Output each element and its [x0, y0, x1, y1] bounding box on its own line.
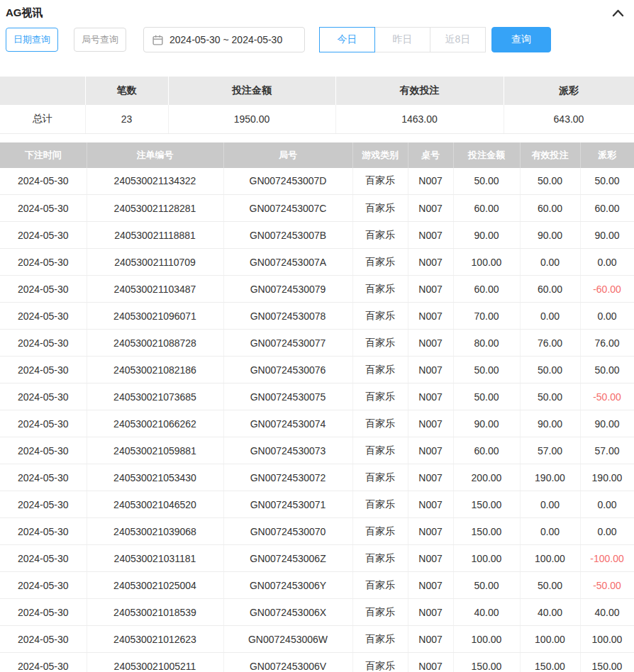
table-no-cell: N007: [408, 437, 453, 464]
game-type-cell: 百家乐: [352, 572, 408, 599]
search-button[interactable]: 查询: [491, 27, 551, 52]
bet-amount-cell: 50.00: [453, 168, 520, 195]
table-row: 2024-05-30240530021005211GN0072453006V百家…: [0, 653, 634, 672]
bet-time-cell: 2024-05-30: [0, 249, 87, 276]
bet-amount-cell: 90.00: [453, 222, 520, 249]
round-id-cell: GN0072453006X: [223, 599, 352, 626]
bet-time-cell: 2024-05-30: [0, 168, 87, 195]
game-type-cell: 百家乐: [352, 330, 408, 357]
valid-bet-cell: 0.00: [520, 303, 580, 330]
summary-total-row: 总计 23 1950.00 1463.00 643.00: [0, 105, 634, 133]
valid-bet-cell: 90.00: [520, 222, 580, 249]
game-type-cell: 百家乐: [352, 168, 408, 195]
valid-bet-cell: 0.00: [520, 249, 580, 276]
table-no-cell: N007: [408, 357, 453, 383]
game-type-cell: 百家乐: [352, 437, 408, 464]
valid-bet-cell: 100.00: [520, 545, 580, 572]
game-type-cell: 百家乐: [352, 195, 408, 222]
round-query-tab[interactable]: 局号查询: [74, 28, 126, 52]
valid-bet-cell: 50.00: [520, 383, 580, 410]
order-id-cell: 240530021066262: [87, 410, 223, 437]
payout-cell: -60.00: [580, 276, 634, 303]
order-id-cell: 240530021088728: [87, 330, 223, 357]
payout-cell: 100.00: [580, 626, 634, 653]
game-type-cell: 百家乐: [352, 276, 408, 303]
game-type-cell: 百家乐: [352, 545, 408, 572]
table-no-cell: N007: [408, 410, 453, 437]
table-no-cell: N007: [408, 330, 453, 357]
payout-cell: 90.00: [580, 222, 634, 249]
bet-amount-cell: 60.00: [453, 195, 520, 222]
payout-cell: -50.00: [580, 572, 634, 599]
game-type-cell: 百家乐: [352, 518, 408, 545]
bet-time-cell: 2024-05-30: [0, 518, 87, 545]
col-header-bet-amount: 投注金额: [453, 142, 520, 168]
table-row: 2024-05-30240530021096071GN00724530078百家…: [0, 303, 634, 330]
round-id-cell: GN00724530076: [223, 357, 352, 383]
collapse-chevron-icon[interactable]: [612, 9, 624, 17]
bet-table-body: 2024-05-30240530021134322GN0072453007D百家…: [0, 168, 634, 672]
round-id-cell: GN00724530077: [223, 330, 352, 357]
valid-bet-cell: 0.00: [520, 491, 580, 518]
order-id-cell: 240530021059881: [87, 437, 223, 464]
round-id-cell: GN0072453006W: [223, 626, 352, 653]
bet-time-cell: 2024-05-30: [0, 545, 87, 572]
order-id-cell: 240530021018539: [87, 599, 223, 626]
round-id-cell: GN00724530070: [223, 518, 352, 545]
quick-yesterday-button[interactable]: 昨日: [374, 27, 430, 52]
table-row: 2024-05-30240530021025004GN0072453006Y百家…: [0, 572, 634, 599]
payout-cell: 0.00: [580, 518, 634, 545]
order-id-cell: 240530021128281: [87, 195, 223, 222]
order-id-cell: 240530021073685: [87, 383, 223, 410]
payout-cell: 190.00: [580, 464, 634, 491]
game-type-cell: 百家乐: [352, 303, 408, 330]
game-type-cell: 百家乐: [352, 464, 408, 491]
table-row: 2024-05-30240530021118881GN0072453007B百家…: [0, 222, 634, 249]
round-id-cell: GN00724530072: [223, 464, 352, 491]
summary-total-label: 总计: [0, 105, 85, 133]
game-type-cell: 百家乐: [352, 599, 408, 626]
table-row: 2024-05-30240530021110709GN0072453007A百家…: [0, 249, 634, 276]
table-no-cell: N007: [408, 168, 453, 195]
table-row: 2024-05-30240530021031181GN0072453006Z百家…: [0, 545, 634, 572]
payout-cell: 60.00: [580, 195, 634, 222]
summary-header-count: 笔数: [85, 77, 168, 105]
table-no-cell: N007: [408, 222, 453, 249]
order-id-cell: 240530021005211: [87, 653, 223, 672]
order-id-cell: 240530021103487: [87, 276, 223, 303]
bet-time-cell: 2024-05-30: [0, 491, 87, 518]
bet-amount-cell: 40.00: [453, 599, 520, 626]
payout-cell: 76.00: [580, 330, 634, 357]
round-id-cell: GN00724530071: [223, 491, 352, 518]
valid-bet-cell: 100.00: [520, 626, 580, 653]
valid-bet-cell: 76.00: [520, 330, 580, 357]
game-type-cell: 百家乐: [352, 357, 408, 383]
quick-range-group: 今日 昨日 近8日: [319, 27, 486, 52]
table-no-cell: N007: [408, 653, 453, 672]
order-id-cell: 240530021025004: [87, 572, 223, 599]
bet-time-cell: 2024-05-30: [0, 572, 87, 599]
valid-bet-cell: 150.00: [520, 653, 580, 672]
payout-cell: 0.00: [580, 303, 634, 330]
bet-time-cell: 2024-05-30: [0, 357, 87, 383]
game-type-cell: 百家乐: [352, 653, 408, 672]
filter-bar: 日期查询 局号查询 2024-05-30 ~ 2024-05-30 今日 昨日 …: [0, 23, 634, 62]
table-no-cell: N007: [408, 518, 453, 545]
valid-bet-cell: 50.00: [520, 168, 580, 195]
quick-today-button[interactable]: 今日: [319, 27, 375, 52]
quick-last8days-button[interactable]: 近8日: [430, 27, 486, 52]
bet-amount-cell: 200.00: [453, 464, 520, 491]
order-id-cell: 240530021053430: [87, 464, 223, 491]
date-query-tab[interactable]: 日期查询: [6, 28, 58, 52]
date-range-picker[interactable]: 2024-05-30 ~ 2024-05-30: [143, 27, 305, 52]
payout-cell: 150.00: [580, 653, 634, 672]
table-no-cell: N007: [408, 599, 453, 626]
game-type-cell: 百家乐: [352, 222, 408, 249]
order-id-cell: 240530021110709: [87, 249, 223, 276]
round-id-cell: GN00724530075: [223, 383, 352, 410]
table-row: 2024-05-30240530021066262GN00724530074百家…: [0, 410, 634, 437]
date-range-value: 2024-05-30 ~ 2024-05-30: [169, 34, 282, 45]
order-id-cell: 240530021118881: [87, 222, 223, 249]
valid-bet-cell: 57.00: [520, 437, 580, 464]
bet-amount-cell: 70.00: [453, 303, 520, 330]
